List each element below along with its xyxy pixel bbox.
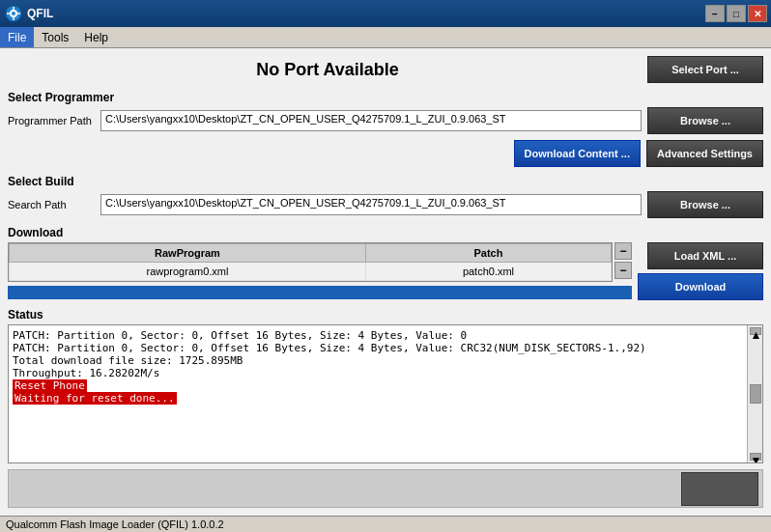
status-section: Status PATCH: Partition 0, Sector: 0, Of… [8,306,763,463]
no-port-label: No Port Available [256,60,399,79]
download-table-container: RawProgram Patch rawprogram0.xml patch0.… [8,242,632,282]
download-table: RawProgram Patch rawprogram0.xml patch0.… [9,243,612,281]
download-buttons: Load XML ... Download [638,242,763,300]
programmer-section: Select Programmer Programmer Path C:\Use… [8,89,763,134]
status-log: PATCH: Partition 0, Sector: 0, Offset 16… [9,325,747,462]
minimize-button[interactable]: − [705,5,725,22]
programmer-path-input[interactable]: C:\Users\yangxx10\Desktop\ZT_CN_OPEN_USE… [100,110,642,131]
build-browse-button[interactable]: Browse ... [647,191,763,218]
status-content-area: PATCH: Partition 0, Sector: 0, Offset 16… [8,324,763,463]
title-bar: QFIL − □ ✕ [0,0,771,27]
content-buttons-row: Download Content ... Advanced Settings [8,140,763,167]
menu-bar: File Tools Help [0,27,771,48]
window-controls: − □ ✕ [705,5,767,22]
top-row: No Port Available Select Port ... [8,56,763,83]
build-section: Select Build Search Path C:\Users\yangxx… [8,173,763,218]
thumbnail-area [8,469,763,508]
download-table-wrapper: RawProgram Patch rawprogram0.xml patch0.… [8,242,613,282]
search-path-label: Search Path [8,199,95,210]
search-path-input[interactable]: C:\Users\yangxx10\Desktop\ZT_CN_OPEN_USE… [100,194,642,215]
download-progress-bar [8,286,632,299]
remove-top-button[interactable]: − [614,242,632,260]
col-patch: Patch [365,244,611,263]
maximize-button[interactable]: □ [727,5,746,22]
svg-point-2 [12,12,15,15]
menu-tools[interactable]: Tools [34,27,76,47]
status-section-header: Status [8,308,763,322]
col-rawprogram: RawProgram [10,244,366,263]
status-line-1: PATCH: Partition 0, Sector: 0, Offset 16… [13,342,743,354]
main-content: No Port Available Select Port ... Select… [0,48,771,516]
scrollbar-thumb[interactable] [750,384,761,404]
menu-help[interactable]: Help [76,27,116,47]
build-section-header: Select Build [8,175,763,188]
status-line-2: Total download file size: 1725.895MB [13,354,743,367]
programmer-section-header: Select Programmer [8,91,763,104]
advanced-settings-button[interactable]: Advanced Settings [646,140,763,167]
programmer-browse-button[interactable]: Browse ... [647,107,763,134]
app-icon [4,4,23,23]
app-status-bar: Qualcomm Flash Image Loader (QFIL) 1.0.0… [0,516,771,532]
app-title: QFIL [27,7,705,20]
load-xml-button[interactable]: Load XML ... [647,242,763,269]
download-button[interactable]: Download [638,273,763,300]
status-scrollbar[interactable]: ▲ ▼ [747,325,762,462]
status-line-4: Reset Phone [13,379,87,392]
search-path-row: Search Path C:\Users\yangxx10\Desktop\ZT… [8,191,763,218]
select-port-button[interactable]: Select Port ... [647,56,763,83]
status-line-0: PATCH: Partition 0, Sector: 0, Offset 16… [13,329,743,342]
programmer-path-label: Programmer Path [8,115,95,126]
rawprogram-cell: rawprogram0.xml [10,263,366,281]
menu-file[interactable]: File [0,27,34,47]
minus-buttons: − − [614,242,632,279]
remove-bottom-button[interactable]: − [614,262,632,279]
scrollbar-up-arrow[interactable]: ▲ [750,327,761,335]
download-content-button[interactable]: Download Content ... [514,140,641,167]
download-section-wrapper: Download RawProgram Patch [8,224,763,300]
close-button[interactable]: ✕ [748,5,767,22]
download-section-header: Download [8,226,763,239]
table-row: rawprogram0.xml patch0.xml [10,263,612,281]
patch-cell: patch0.xml [365,263,611,281]
download-table-area: RawProgram Patch rawprogram0.xml patch0.… [8,242,632,300]
thumbnail-image [681,472,758,506]
download-area: RawProgram Patch rawprogram0.xml patch0.… [8,242,763,300]
programmer-path-row: Programmer Path C:\Users\yangxx10\Deskto… [8,107,763,134]
scrollbar-down-arrow[interactable]: ▼ [750,453,761,461]
status-line-5: Waiting for reset done... [13,392,177,405]
status-bar-text: Qualcomm Flash Image Loader (QFIL) 1.0.0… [6,518,224,530]
status-line-3: Throughput: 16.28202M/s [13,367,743,379]
